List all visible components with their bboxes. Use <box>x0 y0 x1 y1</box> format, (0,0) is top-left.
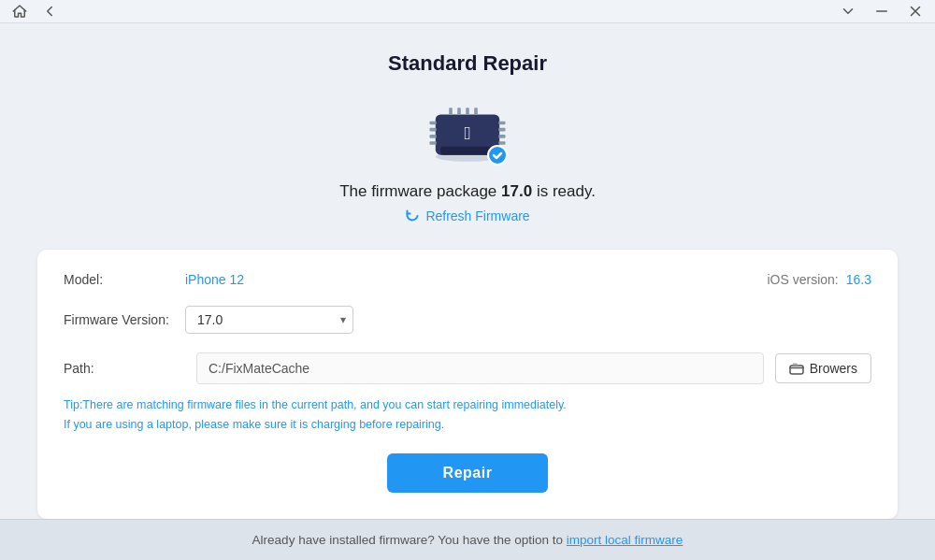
path-row: Path: Browers <box>64 352 871 384</box>
repair-button[interactable]: Repair <box>387 453 549 493</box>
title-bar <box>0 0 935 23</box>
path-label: Path: <box>64 361 185 376</box>
svg-rect-7 <box>498 121 505 124</box>
firmware-version-select-wrapper: 17.0 16.3 16.2 16.1 ▾ <box>185 306 353 334</box>
back-button[interactable] <box>41 3 58 20</box>
firmware-icon-wrapper:  <box>425 98 510 167</box>
refresh-firmware-label: Refresh Firmware <box>425 208 529 223</box>
model-row: Model: iPhone 12 iOS version: 16.3 <box>64 272 871 287</box>
ios-version-field: iOS version: 16.3 <box>768 272 872 287</box>
close-button[interactable] <box>907 3 924 20</box>
svg-rect-6 <box>430 141 437 145</box>
tip-line2: If you are using a laptop, please make s… <box>64 415 871 435</box>
path-input[interactable] <box>196 352 764 384</box>
refresh-firmware-link[interactable]: Refresh Firmware <box>405 208 529 223</box>
svg-rect-10 <box>498 141 505 145</box>
ios-label: iOS version: <box>768 272 839 287</box>
minimize-button[interactable] <box>873 3 890 20</box>
import-firmware-link[interactable]: import local firmware <box>567 533 683 547</box>
svg-rect-8 <box>498 127 505 131</box>
svg-rect-4 <box>430 127 437 131</box>
model-field: Model: iPhone 12 <box>64 272 244 287</box>
tip-text: Tip:There are matching firmware files in… <box>64 395 871 436</box>
tip-line1: Tip:There are matching firmware files in… <box>64 395 871 415</box>
model-value: iPhone 12 <box>185 272 244 287</box>
title-bar-right <box>840 3 924 20</box>
svg-rect-5 <box>430 135 437 138</box>
ios-value: 16.3 <box>846 272 871 287</box>
svg-text::  <box>464 122 470 142</box>
footer-text: Already have installed firmware? You hav… <box>252 533 563 547</box>
svg-rect-13 <box>466 108 469 114</box>
svg-rect-16 <box>790 366 803 374</box>
browse-label: Browers <box>810 361 857 376</box>
chevron-down-icon[interactable] <box>840 3 856 20</box>
svg-rect-11 <box>449 108 453 114</box>
repair-card: Model: iPhone 12 iOS version: 16.3 Firmw… <box>37 250 898 520</box>
model-label: Model: <box>64 272 185 287</box>
firmware-version-label: Firmware Version: <box>64 312 185 327</box>
home-button[interactable] <box>11 3 28 20</box>
browse-button[interactable]: Browers <box>775 353 871 383</box>
svg-rect-14 <box>474 108 478 114</box>
title-bar-left <box>11 3 58 20</box>
page-title: Standard Repair <box>388 51 547 76</box>
svg-rect-12 <box>457 108 461 114</box>
firmware-ready-text: The firmware package 17.0 is ready. <box>339 182 596 201</box>
firmware-version-select[interactable]: 17.0 16.3 16.2 16.1 <box>185 306 353 334</box>
footer: Already have installed firmware? You hav… <box>0 519 935 560</box>
svg-rect-3 <box>430 121 437 124</box>
svg-rect-9 <box>498 135 505 138</box>
firmware-version-row: Firmware Version: 17.0 16.3 16.2 16.1 ▾ <box>64 306 871 334</box>
check-badge <box>487 145 508 165</box>
main-content: Standard Repair  <box>0 23 935 520</box>
